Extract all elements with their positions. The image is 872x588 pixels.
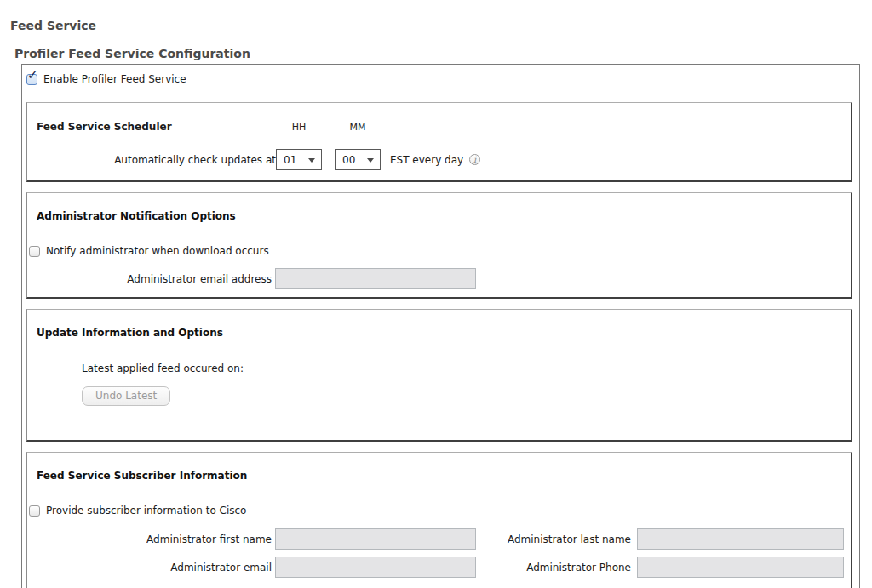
admin-first-name-input[interactable] — [275, 528, 476, 550]
enable-feed-service-label: Enable Profiler Feed Service — [43, 73, 186, 85]
admin-phone-label: Administrator Phone — [476, 562, 631, 574]
admin-last-name-input[interactable] — [637, 528, 844, 550]
admin-email-label: Administrator email — [27, 562, 272, 574]
chevron-down-icon — [367, 158, 374, 163]
admin-email-address-input[interactable] — [275, 268, 476, 289]
provide-subscriber-info-row: Provide subscriber information to Cisco — [29, 505, 851, 517]
notify-admin-row: Notify administrator when download occur… — [29, 245, 851, 257]
provide-subscriber-info-checkbox[interactable] — [29, 505, 40, 517]
update-section: Update Information and Options Latest ap… — [26, 309, 852, 442]
notification-section-title: Administrator Notification Options — [37, 210, 851, 222]
admin-phone-input[interactable] — [637, 557, 844, 578]
minute-select-value: 00 — [342, 154, 355, 166]
update-section-title: Update Information and Options — [37, 327, 851, 339]
latest-applied-feed-label: Latest applied feed occured on: — [82, 363, 851, 374]
feed-service-page: Feed Service Profiler Feed Service Confi… — [0, 0, 872, 588]
subscriber-contact-row: Administrator email Administrator Phone — [27, 557, 851, 578]
notify-admin-checkbox[interactable] — [29, 246, 40, 257]
checkmark-icon: ✓ — [27, 69, 38, 82]
timezone-frequency-label: EST every day — [390, 154, 463, 166]
subscriber-section-title: Feed Service Subscriber Information — [37, 470, 851, 482]
scheduler-section: Feed Service Scheduler HH MM Automatical… — [26, 102, 852, 182]
subscriber-name-row: Administrator first name Administrator l… — [27, 528, 851, 550]
scheduler-section-title: Feed Service Scheduler — [37, 121, 276, 133]
provide-subscriber-info-label: Provide subscriber information to Cisco — [46, 505, 246, 517]
chevron-down-icon — [308, 158, 315, 163]
subscriber-section: Feed Service Subscriber Information Prov… — [26, 452, 852, 588]
admin-first-name-label: Administrator first name — [27, 534, 272, 545]
hours-column-label: HH — [276, 122, 322, 133]
page-title: Feed Service — [10, 19, 872, 32]
enable-feed-service-checkbox[interactable]: ✓ — [26, 74, 37, 85]
notify-admin-label: Notify administrator when download occur… — [46, 245, 269, 257]
section-title: Profiler Feed Service Configuration — [14, 47, 872, 60]
notification-section: Administrator Notification Options Notif… — [26, 192, 852, 299]
scheduler-time-row: Automatically check updates at 01 00 EST… — [37, 149, 851, 170]
minute-select[interactable]: 00 — [335, 149, 381, 170]
admin-email-row: Administrator email address — [27, 268, 851, 289]
hour-select-value: 01 — [284, 154, 296, 166]
enable-feed-service-row: ✓ Enable Profiler Feed Service — [22, 65, 859, 94]
configuration-panel: ✓ Enable Profiler Feed Service Feed Serv… — [21, 64, 860, 588]
admin-email-input[interactable] — [275, 557, 476, 578]
admin-email-address-label: Administrator email address — [27, 273, 272, 285]
auto-check-updates-label: Automatically check updates at — [37, 154, 276, 166]
hour-select[interactable]: 01 — [276, 149, 322, 170]
scheduler-header-row: Feed Service Scheduler HH MM — [37, 121, 851, 133]
undo-latest-button[interactable]: Undo Latest — [82, 386, 170, 406]
admin-last-name-label: Administrator last name — [476, 534, 631, 545]
minutes-column-label: MM — [335, 122, 381, 133]
info-icon[interactable]: i — [469, 154, 480, 165]
